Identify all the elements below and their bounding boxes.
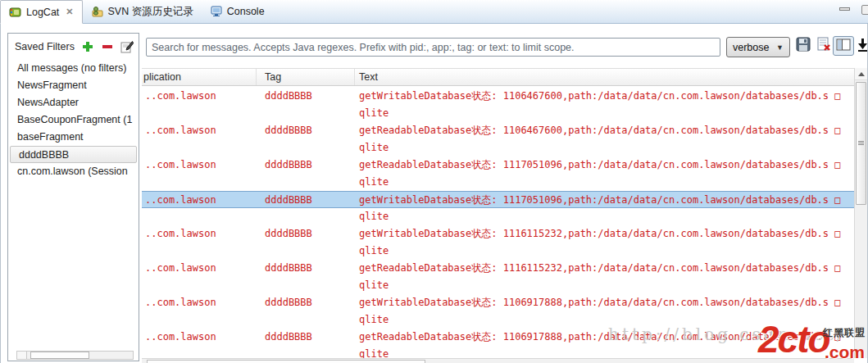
- log-table-header: plication Tag Text: [142, 68, 854, 86]
- log-cell-text-wrap: qlite: [355, 277, 854, 294]
- log-cell-pad: [142, 174, 355, 191]
- log-cell-text-wrap: qlite: [355, 243, 854, 260]
- log-cell-application: ..com.lawson: [142, 157, 257, 174]
- log-entry-line2[interactable]: qlite: [142, 346, 854, 358]
- log-entry-line2[interactable]: qlite: [142, 105, 854, 122]
- log-cell-application: ..com.lawson: [142, 88, 257, 105]
- log-entry-line2[interactable]: qlite: [142, 277, 854, 294]
- log-cell-text: getReadableDatabase状态: 1117051096,path:/…: [355, 157, 854, 174]
- log-cell-tag: ddddBBBB: [257, 329, 355, 346]
- log-entry[interactable]: ..com.lawsonddddBBBBgetReadableDatabase状…: [142, 260, 854, 294]
- log-cell-tag: ddddBBBB: [257, 294, 355, 311]
- log-level-dropdown[interactable]: verbose ▼: [726, 37, 790, 57]
- log-cell-tag: ddddBBBB: [257, 157, 355, 174]
- log-cell-pad: [142, 243, 355, 260]
- log-entry[interactable]: ..com.lawsonddddBBBBgetReadableDatabase状…: [142, 157, 854, 191]
- log-entry-line1[interactable]: ..com.lawsonddddBBBBgetWritableDatabase状…: [142, 191, 854, 208]
- maximize-icon[interactable]: [861, 5, 868, 15]
- logcat-body: Saved Filters All messages (no filters)N…: [0, 24, 868, 363]
- scroll-to-latest-button[interactable]: [853, 37, 868, 55]
- log-cell-tag: ddddBBBB: [257, 225, 355, 243]
- toggle-filters-pane-button[interactable]: [833, 36, 854, 56]
- console-icon: [210, 6, 223, 17]
- column-header-text[interactable]: Text: [355, 69, 854, 85]
- close-icon[interactable]: ✕: [66, 7, 73, 17]
- filter-item[interactable]: BaseCouponFragment (1: [9, 111, 138, 129]
- saved-filters-list: All messages (no filters)NewsFragmentNew…: [9, 60, 138, 349]
- log-entry[interactable]: ..com.lawsonddddBBBBgetWritableDatabase状…: [142, 88, 854, 122]
- log-cell-application: ..com.lawson: [142, 192, 257, 207]
- clear-log-icon: [816, 37, 831, 55]
- log-entry[interactable]: ..com.lawsonddddBBBBgetReadableDatabase状…: [142, 122, 854, 157]
- edit-filter-icon[interactable]: [120, 40, 134, 53]
- log-cell-pad: [142, 346, 355, 358]
- log-vscrollbar[interactable]: [854, 68, 867, 358]
- log-cell-text-wrap: qlite: [355, 139, 854, 157]
- log-entry[interactable]: ..com.lawsonddddBBBBgetReadableDatabase状…: [142, 329, 854, 358]
- log-entry-line1[interactable]: ..com.lawsonddddBBBBgetReadableDatabase状…: [142, 122, 854, 139]
- saved-filters-panel: Saved Filters All messages (no filters)N…: [7, 33, 139, 361]
- log-table-body: ..com.lawsonddddBBBBgetWritableDatabase状…: [142, 86, 854, 358]
- log-entry[interactable]: ..com.lawsonddddBBBBgetWritableDatabase状…: [142, 294, 854, 329]
- log-hscrollbar[interactable]: [142, 358, 854, 363]
- log-entry-line2[interactable]: qlite: [142, 174, 854, 191]
- log-entry[interactable]: ..com.lawsonddddBBBBgetWritableDatabase状…: [142, 225, 854, 260]
- log-cell-text-wrap: qlite: [355, 174, 854, 191]
- tab-label: Console: [227, 6, 265, 17]
- column-header-tag[interactable]: Tag: [257, 69, 355, 85]
- log-cell-text: getWritableDatabase状态: 1116115232,path:/…: [355, 225, 854, 243]
- column-header-application[interactable]: plication: [142, 69, 257, 85]
- log-entry-line1[interactable]: ..com.lawsonddddBBBBgetWritableDatabase状…: [142, 294, 854, 311]
- tab-svn-history[interactable]: SVN 资源历史记录: [83, 0, 202, 23]
- chevron-down-icon: ▼: [776, 43, 784, 52]
- scroll-left-icon[interactable]: [17, 352, 27, 359]
- scrollbar-thumb[interactable]: [30, 352, 89, 359]
- log-cell-text-wrap: qlite: [355, 105, 854, 122]
- filter-item[interactable]: NewsFragment: [9, 77, 138, 94]
- filter-item[interactable]: cn.com.lawson (Session: [9, 163, 138, 180]
- search-input[interactable]: [146, 38, 720, 57]
- filters-hscrollbar[interactable]: [16, 351, 134, 360]
- log-entry-line2[interactable]: qlite: [142, 139, 854, 157]
- log-level-value: verbose: [733, 42, 769, 53]
- log-entry-line1[interactable]: ..com.lawsonddddBBBBgetReadableDatabase状…: [142, 157, 854, 174]
- watermark-logo: 2cto: [758, 320, 829, 359]
- add-filter-icon[interactable]: [81, 40, 94, 53]
- log-cell-pad: [142, 277, 355, 294]
- log-entry-line2[interactable]: qlite: [142, 208, 854, 225]
- filter-item[interactable]: NewsAdapter: [9, 94, 138, 111]
- log-cell-tag: ddddBBBB: [257, 260, 355, 277]
- filter-item[interactable]: ddddBBBB: [10, 146, 137, 163]
- filter-item[interactable]: baseFragment: [9, 129, 138, 146]
- log-cell-pad: [142, 311, 355, 329]
- log-entry-line1[interactable]: ..com.lawsonddddBBBBgetWritableDatabase状…: [142, 88, 854, 105]
- view-tab-bar: LogCat ✕ SVN 资源历史记录 Console: [0, 0, 868, 24]
- svn-history-icon: [91, 6, 104, 17]
- log-entry-line1[interactable]: ..com.lawsonddddBBBBgetReadableDatabase状…: [142, 260, 854, 277]
- scrollbar-thumb[interactable]: [147, 360, 425, 363]
- log-entry[interactable]: ..com.lawsonddddBBBBgetWritableDatabase状…: [142, 191, 854, 225]
- watermark-logo-suffix: .com: [825, 343, 865, 362]
- log-cell-text: getWritableDatabase状态: 1117051096,path:/…: [355, 192, 854, 207]
- log-cell-text-wrap: qlite: [355, 208, 854, 225]
- scrollbar-thumb[interactable]: [856, 82, 866, 205]
- saved-filters-header: Saved Filters: [15, 37, 135, 57]
- log-entry-line1[interactable]: ..com.lawsonddddBBBBgetReadableDatabase状…: [142, 329, 854, 346]
- export-log-button[interactable]: [794, 37, 812, 55]
- log-cell-application: ..com.lawson: [142, 225, 257, 243]
- log-entry-line2[interactable]: qlite: [142, 243, 854, 260]
- log-cell-application: ..com.lawson: [142, 329, 257, 346]
- tab-logcat[interactable]: LogCat ✕: [0, 0, 83, 24]
- log-cell-application: ..com.lawson: [142, 294, 257, 311]
- log-cell-tag: ddddBBBB: [257, 88, 355, 105]
- filter-item[interactable]: All messages (no filters): [9, 60, 138, 77]
- tab-console[interactable]: Console: [202, 0, 273, 23]
- saved-filters-title: Saved Filters: [15, 41, 75, 52]
- save-icon: [796, 37, 811, 55]
- clear-log-button[interactable]: [815, 37, 833, 55]
- scroll-up-icon[interactable]: [855, 68, 867, 80]
- minimize-icon[interactable]: [839, 7, 850, 11]
- log-entry-line1[interactable]: ..com.lawsonddddBBBBgetWritableDatabase状…: [142, 225, 854, 243]
- log-entry-line2[interactable]: qlite: [142, 311, 854, 329]
- remove-filter-icon[interactable]: [101, 40, 114, 53]
